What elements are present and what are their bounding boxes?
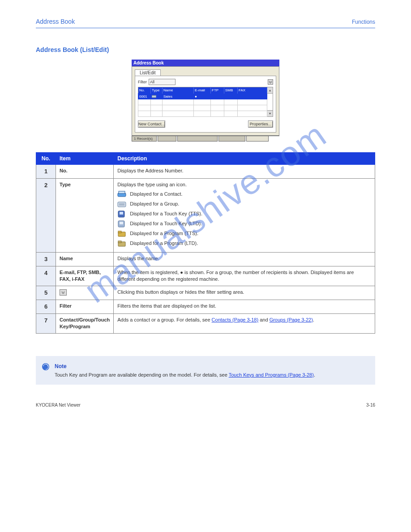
- cell-desc: Displays the Address Number.: [114, 165, 375, 179]
- col-name[interactable]: Name: [163, 87, 194, 94]
- desc-row-3: 3 Name Displays the name.: [36, 252, 375, 266]
- cell-item: E-mail, FTP, SMB, FAX, i-FAX: [56, 266, 114, 286]
- status-slot2: [177, 136, 218, 142]
- address-book-dialog: Address Book List/Edit Filter All No.: [132, 60, 279, 142]
- note-box: Note Touch Key and Program are available…: [36, 356, 375, 385]
- toggle-filter-button[interactable]: [268, 79, 273, 85]
- scroll-up-icon[interactable]: ▴: [267, 87, 273, 94]
- status-count: 1 Record(s): [132, 136, 157, 142]
- tab-list-edit[interactable]: List/Edit: [135, 69, 161, 76]
- note-title: Note: [55, 362, 315, 370]
- properties-button[interactable]: Properties...: [248, 120, 273, 128]
- col-ftp[interactable]: FTP: [211, 87, 224, 94]
- chevron-down-icon: [60, 289, 67, 296]
- desc-text: Adds a contact or a group. For details, …: [117, 317, 211, 322]
- program-tts-icon: [117, 230, 126, 238]
- grid-row[interactable]: [138, 99, 267, 105]
- desc-row-2: 2 Type Displays the type using an icon. …: [36, 179, 375, 252]
- filter-label: Filter: [138, 80, 147, 84]
- scroll-down-icon[interactable]: ▾: [267, 110, 273, 116]
- cell-item: Name: [56, 252, 114, 266]
- status-bar: 1 Record(s): [132, 136, 279, 142]
- cell-desc: Displays the name.: [114, 252, 375, 266]
- section-title: Address Book (List/Edit): [36, 46, 375, 53]
- desc-row-7: 7 Contact/Group/Touch Key/Program Adds a…: [36, 313, 375, 333]
- th-item: Item: [56, 153, 114, 165]
- touch-ltd-icon: [117, 220, 126, 228]
- cell-name: Sales: [163, 94, 194, 99]
- cell-no: 5: [36, 286, 56, 300]
- cell-item: [56, 286, 114, 300]
- svg-rect-2: [119, 191, 125, 193]
- cell-desc: Clicking this button displays or hides t…: [114, 286, 375, 300]
- cell-no: 6: [36, 300, 56, 313]
- scanner-icon: [117, 190, 126, 198]
- svg-rect-4: [119, 203, 124, 206]
- footer-right: 3-16: [366, 403, 375, 408]
- col-fax[interactable]: FAX: [238, 87, 267, 94]
- cell-item: Type: [56, 179, 114, 252]
- icon-label: Displayed for a Program (LTD).: [130, 240, 198, 247]
- status-slot3: [218, 136, 245, 142]
- filter-row: Filter All: [138, 79, 273, 85]
- note-text: .: [314, 372, 315, 378]
- svg-rect-6: [120, 212, 123, 215]
- icon-label: Displayed for a Touch Key (TTS).: [130, 210, 202, 217]
- cell-desc: Displays the type using an icon. Display…: [114, 179, 375, 252]
- address-grid[interactable]: No. Type Name E-mail FTP SMB FAX 0001 Sa…: [138, 87, 267, 117]
- grid-row-selected[interactable]: 0001 Sales ●: [138, 94, 267, 99]
- header-left: Address Book: [36, 18, 75, 25]
- desc-row-6: 6 Filter Filters the items that are disp…: [36, 300, 375, 313]
- status-slot1: [158, 136, 176, 142]
- cell-no: 4: [36, 266, 56, 286]
- desc-text: and: [260, 317, 269, 322]
- cell-item: Contact/Group/Touch Key/Program: [56, 313, 114, 333]
- grid-row[interactable]: [138, 111, 267, 117]
- desc-intro: Displays the type using an icon.: [117, 181, 371, 188]
- desc-text: .: [313, 317, 314, 322]
- desc-row-1: 1 No. Displays the Address Number.: [36, 165, 375, 179]
- cell-desc: Filters the items that are displayed on …: [114, 300, 375, 313]
- grid-row[interactable]: [138, 105, 267, 111]
- cell-desc: When the item is registered, ● is shown.…: [114, 266, 375, 286]
- cell-item: Filter: [56, 300, 114, 313]
- footer-left: KYOCERA Net Viewer: [36, 403, 81, 408]
- status-slot4: [246, 136, 269, 142]
- cell-item: No.: [56, 165, 114, 179]
- cell-type: [151, 94, 163, 99]
- cell-desc: Adds a contact or a group. For details, …: [114, 313, 375, 333]
- header-right: Functions: [352, 19, 375, 25]
- cell-fax: [238, 94, 267, 99]
- link-groups[interactable]: Groups (Page 3-22): [270, 317, 313, 322]
- cell-no: 7: [36, 313, 56, 333]
- cell-smb: [224, 94, 238, 99]
- desc-row-4: 4 E-mail, FTP, SMB, FAX, i-FAX When the …: [36, 266, 375, 286]
- cell-no: 3: [36, 252, 56, 266]
- description-table: No. Item Description 1 No. Displays the …: [36, 152, 375, 334]
- cell-no: 1: [36, 165, 56, 179]
- dialog-titlebar: Address Book: [132, 60, 279, 66]
- col-type[interactable]: Type: [151, 87, 163, 94]
- program-ltd-icon: [117, 240, 126, 248]
- cell-ftp: [211, 94, 224, 99]
- group-icon: [117, 200, 126, 208]
- col-no[interactable]: No.: [138, 87, 151, 94]
- link-touch-keys[interactable]: Touch Keys and Programs (Page 3-28): [229, 372, 314, 378]
- filter-value: All: [150, 80, 154, 84]
- col-smb[interactable]: SMB: [224, 87, 238, 94]
- desc-row-5: 5 Clicking this button displays or hides…: [36, 286, 375, 300]
- page-footer: KYOCERA Net Viewer 3-16: [36, 403, 375, 408]
- icon-label: Displayed for a Contact.: [130, 191, 182, 197]
- icon-label: Displayed for a Group.: [130, 201, 179, 207]
- svg-rect-12: [118, 241, 121, 243]
- link-contacts[interactable]: Contacts (Page 3-18): [212, 317, 259, 322]
- new-contact-button[interactable]: New Contact...: [138, 120, 165, 128]
- th-description: Description: [114, 153, 375, 165]
- note-text: Touch Key and Program are available depe…: [55, 372, 229, 378]
- svg-rect-8: [120, 222, 123, 224]
- filter-select[interactable]: All: [149, 79, 176, 85]
- svg-rect-10: [118, 231, 121, 233]
- col-email[interactable]: E-mail: [194, 87, 211, 94]
- grid-scrollbar[interactable]: ▴ ▾: [267, 87, 273, 117]
- touch-tts-icon: [117, 210, 126, 218]
